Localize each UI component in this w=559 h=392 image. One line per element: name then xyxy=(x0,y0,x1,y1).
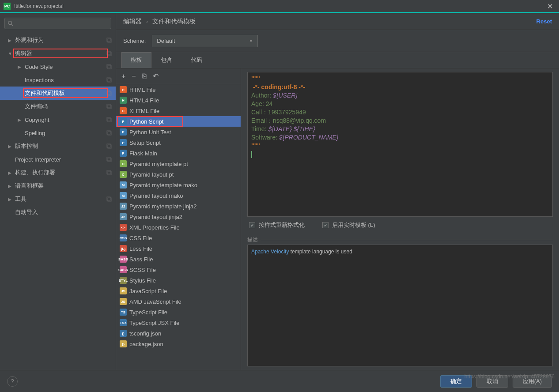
template-item-label: package.json xyxy=(129,341,163,347)
svg-rect-7 xyxy=(108,65,111,69)
file-type-icon: SASS xyxy=(120,256,127,263)
sidebar-item[interactable]: ▶构建、执行部署 xyxy=(0,166,116,179)
tree-arrow-icon: ▶ xyxy=(8,38,15,43)
breadcrumb-root[interactable]: 编辑器 xyxy=(123,18,142,26)
add-icon[interactable]: + xyxy=(121,72,125,80)
copy-icon[interactable]: ⎘ xyxy=(142,72,147,80)
template-item[interactable]: MPyramid layout mako xyxy=(116,190,241,201)
svg-rect-4 xyxy=(107,51,110,55)
svg-rect-11 xyxy=(108,92,111,95)
template-item[interactable]: CPyramid mytemplate pt xyxy=(116,158,241,169)
settings-sidebar: ▶外观和行为▼编辑器▶Code StyleInspections文件和代码模板文… xyxy=(0,13,116,370)
file-type-icon: JS xyxy=(120,287,127,294)
file-type-icon: J2 xyxy=(120,203,127,210)
sidebar-item[interactable]: ▶Copyright xyxy=(0,113,116,126)
template-item[interactable]: STYLStylus File xyxy=(116,275,241,286)
template-item[interactable]: {}tsconfig.json xyxy=(116,328,241,339)
template-item[interactable]: {}package.json xyxy=(116,339,241,349)
undo-icon[interactable]: ↶ xyxy=(153,72,159,80)
app-icon: PC xyxy=(4,3,11,10)
template-item[interactable]: PPython Script xyxy=(116,116,241,127)
close-icon[interactable]: ✕ xyxy=(544,2,555,11)
file-type-icon: TS xyxy=(120,309,127,316)
reformat-checkbox[interactable]: ✓ 按样式重新格式化 xyxy=(249,221,305,229)
reset-link[interactable]: Reset xyxy=(536,18,552,25)
template-item[interactable]: SASSSCSS File xyxy=(116,264,241,275)
template-item[interactable]: HHTML File xyxy=(116,84,241,95)
sidebar-item[interactable]: 文件和代码模板 xyxy=(0,87,116,100)
sidebar-item[interactable]: Inspections xyxy=(0,73,116,87)
tab[interactable]: 代码 xyxy=(181,52,212,68)
template-item[interactable]: HHTML4 File xyxy=(116,95,241,106)
scheme-dropdown[interactable]: Default ▼ xyxy=(152,35,258,47)
sidebar-item[interactable]: ▶外观和行为 xyxy=(0,34,116,47)
remove-icon[interactable]: − xyxy=(132,72,136,80)
search-input[interactable] xyxy=(4,18,111,29)
svg-rect-2 xyxy=(107,38,110,41)
template-item[interactable]: HXHTML File xyxy=(116,106,241,116)
scheme-copy-icon xyxy=(106,117,112,123)
sidebar-item[interactable]: ▼编辑器 xyxy=(0,47,116,60)
breadcrumb-leaf: 文件和代码模板 xyxy=(152,18,196,26)
scheme-copy-icon xyxy=(106,130,112,136)
help-button[interactable]: ? xyxy=(7,376,18,387)
sidebar-item[interactable]: ▶版本控制 xyxy=(0,139,116,153)
ok-button[interactable]: 确定 xyxy=(440,375,472,388)
sidebar-item[interactable]: ▶Code Style xyxy=(0,60,116,73)
live-template-checkbox[interactable]: ✓ 启用实时模板 (L) xyxy=(322,221,375,229)
template-item[interactable]: PSetup Script xyxy=(116,137,241,148)
template-item[interactable]: {L}Less File xyxy=(116,243,241,254)
template-code-editor[interactable]: """ -*- coding:utf-8 -*- Author: ${USER}… xyxy=(247,72,553,217)
scheme-copy-icon xyxy=(106,156,112,162)
template-list[interactable]: HHTML FileHHTML4 FileHXHTML FilePPython … xyxy=(116,84,241,370)
template-item-label: Sass File xyxy=(129,256,153,263)
template-item[interactable]: <>XML Properties File xyxy=(116,222,241,233)
sidebar-item-label: 语言和框架 xyxy=(15,182,112,190)
file-type-icon: {L} xyxy=(120,245,127,252)
template-item[interactable]: SASSSass File xyxy=(116,254,241,264)
file-type-icon: J2 xyxy=(120,213,127,220)
file-type-icon: TSX xyxy=(120,319,127,326)
sidebar-item[interactable]: Project Interpreter xyxy=(0,153,116,166)
file-type-icon: C xyxy=(120,160,127,167)
velocity-link[interactable]: Apache Velocity xyxy=(251,249,289,255)
sidebar-item-label: 自动导入 xyxy=(15,208,112,216)
template-item[interactable]: CPyramid layout pt xyxy=(116,169,241,180)
svg-rect-20 xyxy=(107,157,110,161)
template-item-label: Pyramid layout pt xyxy=(129,171,174,178)
template-item[interactable]: J2Pyramid mytemplate jinja2 xyxy=(116,201,241,211)
file-type-icon: M xyxy=(120,192,127,199)
description-box: Apache Velocity template language is use… xyxy=(247,245,553,366)
sidebar-item-label: 文件编码 xyxy=(25,102,106,110)
template-item[interactable]: TSTypeScript File xyxy=(116,307,241,317)
template-item-label: Python Script xyxy=(129,118,163,125)
template-item[interactable]: MPyramid mytemplate mako xyxy=(116,180,241,190)
sidebar-item[interactable]: Spelling xyxy=(0,126,116,139)
sidebar-item-label: 编辑器 xyxy=(15,49,106,57)
tabs-row: 模板包含代码 xyxy=(116,52,559,68)
sidebar-item[interactable]: ▶语言和框架 xyxy=(0,179,116,192)
template-item[interactable]: PPython Unit Test xyxy=(116,127,241,137)
title-bar: PC !title.for.new.projects! ✕ xyxy=(0,0,559,13)
template-item[interactable]: JSAMD JavaScript File xyxy=(116,296,241,307)
tab[interactable]: 模板 xyxy=(121,52,151,68)
svg-rect-16 xyxy=(107,131,110,134)
tab[interactable]: 包含 xyxy=(151,52,181,68)
sidebar-item-label: Project Interpreter xyxy=(15,156,106,163)
template-item-label: Pyramid layout mako xyxy=(129,192,183,199)
sidebar-item[interactable]: 自动导入 xyxy=(0,206,116,219)
template-item[interactable]: PFlask Main xyxy=(116,148,241,158)
apply-button[interactable]: 应用(A) xyxy=(513,375,552,388)
svg-rect-8 xyxy=(107,78,110,81)
sidebar-item[interactable]: ▶工具 xyxy=(0,192,116,206)
sidebar-item-label: 文件和代码模板 xyxy=(25,89,106,97)
template-item[interactable]: CSSCSS File xyxy=(116,233,241,243)
svg-rect-23 xyxy=(108,171,111,175)
svg-rect-6 xyxy=(107,64,110,68)
template-item[interactable]: TSXTypeScript JSX File xyxy=(116,317,241,328)
cancel-button[interactable]: 取消 xyxy=(476,375,508,388)
template-item[interactable]: J2Pyramid layout jinja2 xyxy=(116,211,241,222)
sidebar-item[interactable]: 文件编码 xyxy=(0,100,116,113)
svg-rect-10 xyxy=(107,91,110,94)
template-item[interactable]: JSJavaScript File xyxy=(116,286,241,296)
